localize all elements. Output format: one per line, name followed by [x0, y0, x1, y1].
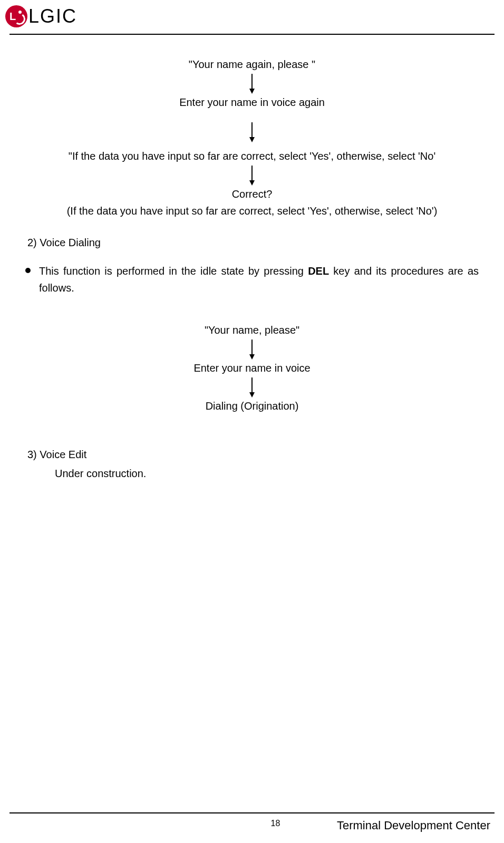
footer-org: Terminal Development Center — [337, 819, 490, 832]
arrow-down-icon — [247, 338, 257, 360]
page-number: 18 — [271, 819, 280, 832]
section3-body: Under construction. — [55, 465, 479, 482]
bullet-item: This function is performed in the idle s… — [25, 263, 479, 296]
flow1-step5: (If the data you have input so far are c… — [25, 202, 479, 219]
brand-text: LGIC — [28, 5, 77, 27]
section3-title: 3) Voice Edit — [27, 446, 479, 463]
flow1-step3: "If the data you have input so far are c… — [25, 148, 479, 164]
flow2-step1: "Your name, please" — [25, 322, 479, 338]
arrow-down-icon — [247, 376, 257, 398]
svg-marker-5 — [249, 180, 255, 186]
svg-marker-9 — [249, 392, 255, 398]
arrow-down-icon — [247, 73, 257, 94]
bullet-text: This function is performed in the idle s… — [39, 263, 479, 296]
del-key-label: DEL — [308, 265, 329, 277]
arrow-down-icon — [247, 164, 257, 186]
flow1-step2: Enter your name in voice again — [25, 94, 479, 111]
svg-marker-1 — [249, 89, 255, 94]
svg-marker-3 — [249, 137, 255, 142]
arrow-down-icon — [247, 121, 257, 142]
flow1-step1: "Your name again, please " — [25, 56, 479, 73]
bullet-icon — [25, 268, 31, 273]
section2-title: 2) Voice Dialing — [27, 234, 479, 251]
page-content: "Your name again, please " Enter your na… — [0, 35, 504, 482]
header: LGIC — [0, 0, 504, 27]
bullet-text-part1: This function is performed in the idle s… — [39, 265, 308, 277]
svg-marker-7 — [249, 354, 255, 360]
footer: 18 Terminal Development Center — [9, 812, 495, 832]
footer-rule — [9, 812, 495, 813]
flow2-step2: Enter your name in voice — [25, 360, 479, 376]
flow1-step4: Correct? — [25, 186, 479, 202]
flow2-step3: Dialing (Origination) — [25, 398, 479, 414]
lg-logo-icon — [5, 5, 27, 27]
